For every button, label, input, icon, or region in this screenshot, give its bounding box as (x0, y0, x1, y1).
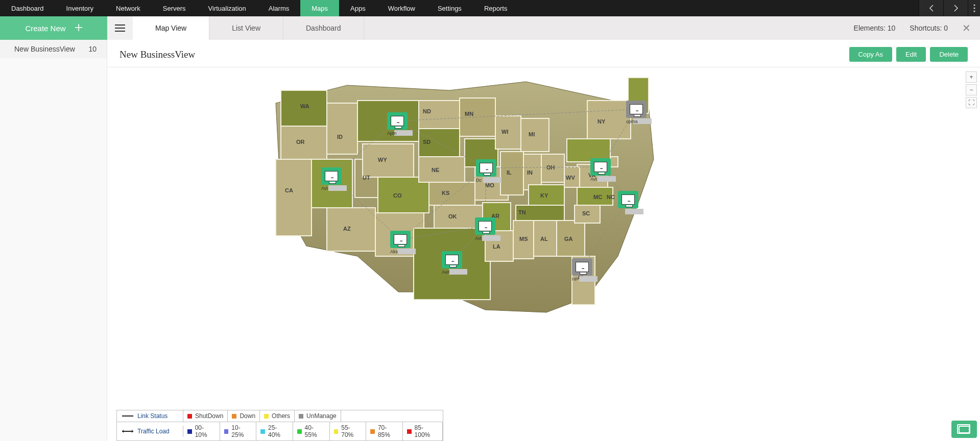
legend-linkstatus-label: Link Status (137, 412, 168, 420)
svg-text:ND: ND (423, 108, 431, 114)
svg-text:OR: OR (296, 139, 305, 145)
tab-list-view[interactable]: List View (209, 16, 283, 40)
topnav-item-network[interactable]: Network (105, 0, 152, 16)
topnav-item-maps[interactable]: Maps (300, 0, 339, 16)
device-d9[interactable]: ••••HP (572, 258, 592, 276)
svg-point-1 (973, 7, 975, 9)
svg-rect-20 (460, 98, 495, 136)
legend-traffic-label: Traffic Load (137, 428, 170, 435)
svg-rect-16 (419, 157, 465, 182)
create-new-button[interactable]: Create New (0, 16, 107, 40)
svg-text:AL: AL (540, 236, 548, 242)
us-map: WAORCA IDNVUT AZNDSD WYCONE KSOKMO ARLAM… (260, 72, 659, 317)
zoom-full-button[interactable]: ⛶ (966, 97, 977, 108)
device-label: Avt (475, 236, 482, 241)
svg-rect-42 (587, 101, 631, 139)
svg-text:MI: MI (529, 131, 535, 137)
svg-text:MS: MS (519, 236, 528, 242)
delete-button[interactable]: Delete (930, 47, 968, 62)
topnav-item-servers[interactable]: Servers (152, 0, 197, 16)
edit-button[interactable]: Edit (896, 47, 926, 62)
sidebar-item-label: New BusinessView (14, 45, 75, 53)
title-bar: New BusinessView Copy As Edit Delete (107, 40, 980, 67)
legend-load-25-40%: 25-40% (256, 422, 293, 440)
svg-text:SC: SC (582, 210, 590, 216)
device-d0[interactable]: ••••Apm (387, 112, 408, 130)
svg-text:MO: MO (485, 182, 494, 188)
zoom-out-button[interactable]: − (966, 84, 977, 95)
device-d4[interactable]: ••••Avt (590, 158, 611, 176)
topnav-item-inventory[interactable]: Inventory (55, 0, 105, 16)
sidebar-item-businessview[interactable]: New BusinessView 10 (0, 40, 107, 58)
device-d1[interactable]: ••••opma (626, 101, 647, 118)
elements-count: Elements: 10 (854, 24, 896, 32)
legend-status-shutdown: ShutDown (183, 410, 228, 422)
device-label: Avd (442, 270, 449, 275)
device-label: Avt (321, 186, 328, 191)
svg-rect-9 (327, 208, 375, 251)
legend-load-10-25%: 10-25% (220, 422, 257, 440)
topnav-item-virtualization[interactable]: Virtualization (197, 0, 257, 16)
main-panel: New BusinessView Copy As Edit Delete + −… (107, 40, 980, 441)
svg-text:SD: SD (423, 139, 431, 145)
svg-text:KS: KS (442, 190, 449, 196)
device-d2[interactable]: ••••Avt (321, 167, 342, 185)
topnav-item-apps[interactable]: Apps (339, 0, 377, 16)
legend-load-40-55%: 40-55% (293, 422, 330, 440)
legend-load-55-70%: 55-70% (330, 422, 367, 440)
plus-icon (75, 24, 82, 33)
sidebar-item-count: 10 (88, 45, 97, 53)
nav-next-button[interactable] (943, 0, 968, 16)
svg-text:CO: CO (393, 192, 402, 199)
topnav-item-settings[interactable]: Settings (426, 0, 473, 16)
svg-rect-26 (500, 152, 523, 195)
topnav-item-dashboard[interactable]: Dashboard (0, 0, 55, 16)
tab-dashboard[interactable]: Dashboard (283, 16, 364, 40)
svg-text:WI: WI (501, 129, 508, 135)
legend-load-00-10%: 00-10% (183, 422, 220, 440)
svg-text:MN: MN (465, 111, 473, 117)
legend-status-others: Others (260, 410, 295, 422)
device-d6[interactable]: ••••Aks (390, 231, 411, 248)
svg-text:UT: UT (363, 175, 370, 181)
close-button[interactable]: ✕ (962, 22, 971, 34)
device-d8[interactable]: ••••Avd (442, 251, 462, 268)
svg-text:WV: WV (566, 175, 575, 181)
svg-text:NY: NY (597, 118, 606, 125)
legend-load-85-100%: 85-100% (403, 422, 443, 440)
topnav-item-reports[interactable]: Reports (473, 0, 519, 16)
sidebar: New BusinessView 10 (0, 40, 107, 441)
secondary-bar: Create New Map ViewList ViewDashboard El… (0, 16, 980, 40)
topnav-spacer (518, 0, 919, 16)
svg-text:AZ: AZ (343, 226, 351, 232)
help-fab[interactable] (951, 421, 977, 438)
svg-text:IL: IL (507, 169, 512, 176)
svg-text:WY: WY (378, 157, 387, 163)
svg-rect-17 (429, 182, 475, 205)
topnav-item-workflow[interactable]: Workflow (377, 0, 426, 16)
page-title: New BusinessView (119, 49, 195, 60)
nav-more-button[interactable] (968, 0, 980, 16)
svg-text:GA: GA (564, 236, 573, 242)
zoom-tools: + − ⛶ (966, 71, 977, 110)
topnav-item-alarms[interactable]: Alarms (257, 0, 300, 16)
device-d7[interactable]: ••••Avt (475, 217, 495, 235)
copyas-button[interactable]: Copy As (849, 47, 892, 62)
shortcuts-count: Shortcuts: 0 (910, 24, 948, 32)
svg-text:OH: OH (546, 164, 555, 170)
svg-point-0 (973, 4, 975, 6)
svg-text:NE: NE (432, 167, 439, 173)
tab-map-view[interactable]: Map View (133, 16, 209, 40)
svg-rect-11 (363, 144, 414, 177)
nav-prev-button[interactable] (919, 0, 943, 16)
device-d3[interactable]: ••••Dc (476, 159, 496, 177)
svg-rect-5 (276, 159, 312, 236)
device-d5[interactable]: •••• (618, 191, 638, 208)
svg-text:WA: WA (300, 103, 309, 109)
zoom-in-button[interactable]: + (966, 71, 977, 83)
hamburger-button[interactable] (107, 16, 133, 40)
legend: Link Status ShutDownDownOthersUnManage T… (116, 410, 443, 441)
svg-text:MC: MC (593, 194, 602, 200)
svg-rect-14 (419, 101, 460, 129)
map-canvas[interactable]: + − ⛶ (107, 67, 980, 441)
